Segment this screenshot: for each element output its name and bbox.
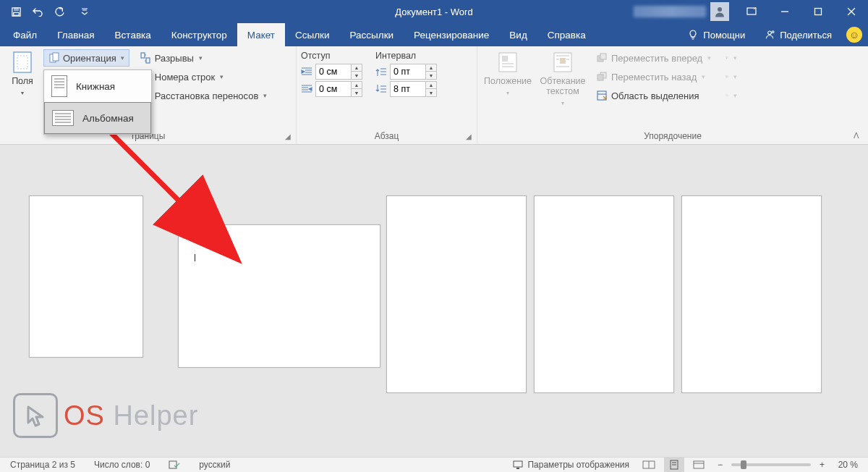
svg-rect-40	[726, 57, 728, 58]
tab-file[interactable]: Файл	[3, 23, 47, 46]
tab-help[interactable]: Справка	[537, 23, 596, 46]
position-label: Положение	[484, 77, 532, 87]
svg-rect-29	[560, 58, 566, 64]
svg-rect-44	[169, 461, 176, 468]
svg-rect-15	[141, 53, 145, 58]
tell-me-button[interactable]: Помощни	[680, 29, 752, 41]
space-before-input[interactable]: ▲▼	[390, 64, 437, 80]
page-4[interactable]	[534, 195, 674, 393]
line-numbers-button[interactable]: 12 Номера строк▾	[135, 68, 272, 85]
chevron-down-icon: ▾	[121, 54, 124, 62]
orientation-portrait-item[interactable]: Книжная	[44, 70, 151, 102]
breaks-button[interactable]: Разрывы▾	[135, 49, 272, 67]
view-print-layout[interactable]	[664, 458, 684, 473]
paragraph-launcher[interactable]: ◢	[464, 132, 474, 143]
position-button[interactable]: Положение▾	[482, 49, 534, 128]
bring-forward-button[interactable]: Переместить вперед▾	[592, 49, 715, 67]
zoom-level[interactable]: 20 %	[833, 458, 862, 473]
zoom-slider[interactable]	[731, 463, 811, 466]
selection-pane-icon	[596, 90, 608, 101]
wrap-text-button[interactable]: Обтекание текстом▾	[537, 49, 589, 128]
orientation-landscape-item[interactable]: Альбомная	[44, 102, 151, 134]
indent-right-input[interactable]: ▲▼	[315, 81, 362, 97]
undo-button[interactable]	[27, 1, 48, 22]
page-setup-launcher[interactable]: ◢	[283, 132, 293, 143]
user-name-blurred	[634, 6, 706, 17]
svg-rect-2	[13, 12, 19, 15]
status-page[interactable]: Страница 2 из 5	[6, 458, 80, 473]
status-words[interactable]: Число слов: 0	[90, 458, 154, 473]
share-button[interactable]: Поделиться	[757, 29, 839, 41]
margins-label: Поля	[12, 77, 33, 87]
paragraph-group-label: Абзац	[375, 131, 399, 141]
wrap-label: Обтекание текстом	[537, 77, 589, 97]
selection-pane-button[interactable]: Область выделения	[592, 87, 715, 104]
save-button[interactable]	[6, 1, 26, 22]
ribbon-tabs: Файл Главная Вставка Конструктор Макет С…	[0, 23, 868, 46]
align-button[interactable]: ▾	[721, 49, 741, 67]
maximize-button[interactable]	[801, 0, 835, 23]
svg-point-10	[773, 31, 775, 33]
indent-left-input[interactable]: ▲▼	[315, 64, 362, 80]
indent-left-icon	[301, 66, 312, 77]
svg-rect-35	[600, 54, 606, 59]
orientation-button[interactable]: Ориентация ▾	[43, 49, 129, 67]
svg-rect-43	[727, 77, 728, 78]
svg-rect-45	[514, 461, 522, 467]
account-area[interactable]	[628, 2, 735, 21]
text-cursor	[195, 254, 195, 261]
watermark-cursor-icon	[13, 393, 58, 438]
tell-me-label: Помощни	[703, 30, 745, 41]
view-read-mode[interactable]	[638, 458, 660, 473]
page-2[interactable]	[178, 224, 380, 368]
tab-references[interactable]: Ссылки	[285, 23, 340, 46]
send-backward-button[interactable]: Переместить назад▾	[592, 68, 715, 85]
display-settings-button[interactable]: Параметры отображения	[509, 458, 634, 473]
minimize-button[interactable]	[768, 0, 801, 23]
rotate-button[interactable]: ▾	[721, 87, 741, 104]
page-1[interactable]	[29, 195, 143, 358]
feedback-smiley-icon[interactable]: ☺	[846, 27, 862, 43]
page-5[interactable]	[681, 195, 822, 393]
group-arrange: Положение▾ Обтекание текстом▾ Переместит…	[477, 46, 868, 144]
zoom-out-button[interactable]: −	[713, 458, 727, 473]
tab-mailings[interactable]: Рассылки	[340, 23, 404, 46]
hyphenation-button[interactable]: bc Расстановка переносов▾	[135, 87, 272, 104]
orientation-icon	[48, 52, 60, 64]
redo-button[interactable]	[49, 1, 69, 22]
close-button[interactable]	[835, 0, 868, 23]
tab-design[interactable]: Конструктор	[161, 23, 237, 46]
quick-access-toolbar	[0, 1, 90, 22]
chevron-down-icon: ▾	[21, 90, 24, 96]
page-3[interactable]	[386, 195, 527, 393]
svg-rect-42	[726, 76, 728, 77]
document-area[interactable]: OS Helper	[0, 145, 868, 457]
ribbon-display-options-button[interactable]	[735, 0, 768, 23]
group-objects-button[interactable]: ▾	[721, 68, 741, 85]
svg-rect-1	[14, 7, 18, 10]
bring-forward-icon	[596, 52, 608, 64]
breaks-label: Разрывы	[155, 53, 194, 64]
collapse-ribbon-button[interactable]: ᐱ	[849, 130, 864, 141]
arrange-group-label: Упорядочение	[644, 131, 702, 141]
tab-home[interactable]: Главная	[47, 23, 104, 46]
status-proofing[interactable]	[164, 458, 184, 473]
status-language[interactable]: русский	[195, 458, 234, 473]
tab-layout[interactable]: Макет	[237, 23, 285, 46]
qat-customize-button[interactable]	[80, 1, 90, 22]
tab-insert[interactable]: Вставка	[105, 23, 161, 46]
group-paragraph: Отступ ▲▼ ▲▼ Интервал ▲▼ ▲▼	[297, 46, 477, 144]
position-icon	[496, 51, 519, 74]
title-bar: Документ1 - Word	[0, 0, 868, 23]
wrap-icon	[551, 51, 574, 74]
tab-view[interactable]: Вид	[499, 23, 537, 46]
watermark: OS Helper	[13, 393, 198, 438]
margins-button[interactable]: Поля ▾	[4, 49, 41, 128]
space-after-icon	[375, 83, 387, 95]
zoom-in-button[interactable]: +	[815, 458, 829, 473]
svg-rect-38	[597, 91, 606, 100]
space-after-input[interactable]: ▲▼	[390, 81, 437, 97]
tab-review[interactable]: Рецензирование	[404, 23, 499, 46]
view-web-layout[interactable]	[689, 458, 709, 473]
share-icon	[764, 29, 775, 41]
